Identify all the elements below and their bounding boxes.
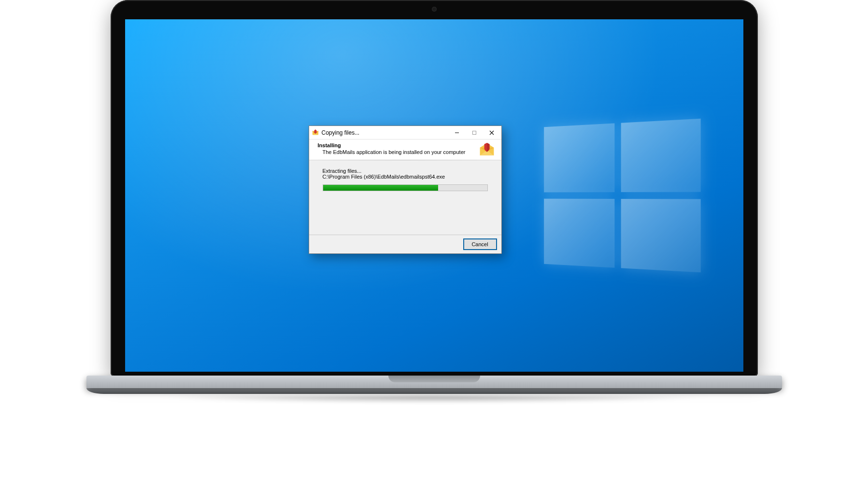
svg-rect-1 — [472, 131, 476, 134]
maximize-icon — [472, 130, 477, 135]
status-line: Extracting files... — [323, 168, 488, 174]
envelope-shield-icon — [478, 142, 496, 157]
header-title: Installing — [318, 142, 466, 148]
close-icon — [489, 130, 494, 135]
camera-dot — [432, 7, 437, 12]
laptop-base — [86, 376, 782, 403]
desktop-screen: Copying files... Installing Th — [125, 19, 743, 372]
dialog-body: Extracting files... C:\Program Files (x8… — [309, 160, 501, 235]
progress-bar — [323, 184, 488, 191]
cancel-button[interactable]: Cancel — [464, 239, 497, 250]
laptop-lid: Copying files... Installing Th — [111, 0, 758, 377]
dialog-footer: Cancel — [309, 235, 501, 253]
titlebar[interactable]: Copying files... — [309, 126, 501, 140]
path-line: C:\Program Files (x86)\EdbMails\edbmails… — [323, 174, 488, 180]
minimize-icon — [455, 130, 459, 135]
installer-dialog: Copying files... Installing Th — [309, 126, 502, 254]
windows-logo — [544, 119, 700, 273]
progress-fill — [323, 185, 438, 191]
dialog-header: Installing The EdbMails application is b… — [309, 140, 501, 160]
maximize-button[interactable] — [466, 126, 483, 140]
minimize-button[interactable] — [448, 126, 466, 140]
edbmails-app-icon — [312, 129, 319, 136]
laptop-frame: Copying files... Installing Th — [86, 0, 782, 403]
window-title: Copying files... — [322, 129, 360, 136]
trackpad-notch — [388, 376, 480, 382]
header-subtitle: The EdbMails application is being instal… — [318, 149, 466, 155]
close-button[interactable] — [483, 126, 500, 140]
